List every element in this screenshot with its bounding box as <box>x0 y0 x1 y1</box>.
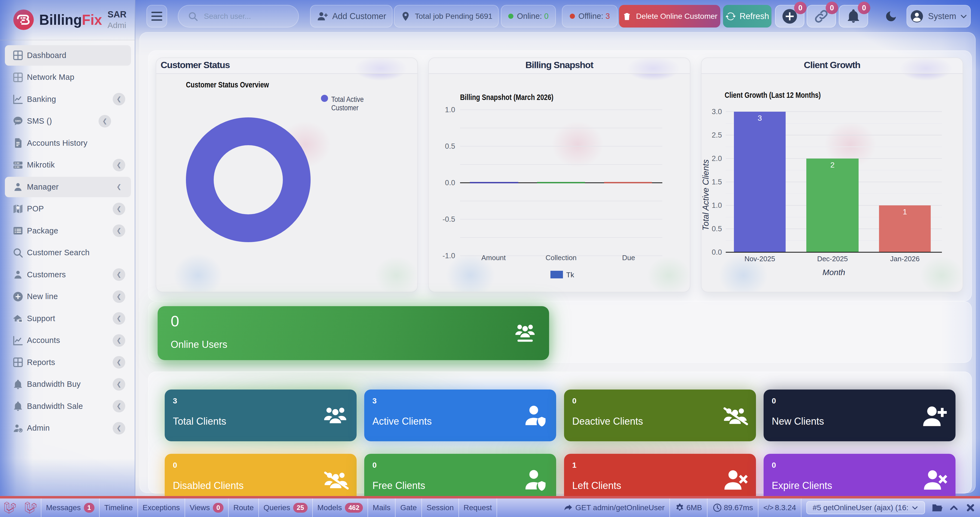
svg-text:1.0: 1.0 <box>445 106 455 114</box>
svg-text:1: 1 <box>903 207 907 216</box>
svg-text:Month: Month <box>822 268 845 277</box>
svg-text:2: 2 <box>830 161 835 169</box>
svg-text:-1.0: -1.0 <box>442 252 455 260</box>
svg-text:-0.5: -0.5 <box>442 215 455 223</box>
svg-text:2.0: 2.0 <box>711 155 722 163</box>
svg-text:0.0: 0.0 <box>711 248 722 256</box>
svg-text:Customer Status Overview: Customer Status Overview <box>186 80 269 89</box>
svg-text:Amount: Amount <box>481 254 506 262</box>
svg-text:3.0: 3.0 <box>711 108 722 116</box>
svg-text:Total Active: Total Active <box>331 95 364 104</box>
svg-text:Client Growth (Last 12 Months): Client Growth (Last 12 Months) <box>725 91 821 99</box>
svg-text:1.0: 1.0 <box>711 201 722 209</box>
svg-text:1.5: 1.5 <box>711 178 722 186</box>
svg-text:Tk: Tk <box>566 271 574 279</box>
svg-text:Dec-2025: Dec-2025 <box>817 255 848 263</box>
svg-text:Due: Due <box>622 254 635 262</box>
svg-text:2.5: 2.5 <box>711 131 722 139</box>
svg-text:Total Active Clients: Total Active Clients <box>702 160 711 230</box>
svg-text:0.0: 0.0 <box>445 179 455 187</box>
svg-text:Billing Snapshot (March 2026): Billing Snapshot (March 2026) <box>460 93 554 102</box>
svg-text:Jan-2026: Jan-2026 <box>890 255 920 263</box>
svg-text:Nov-2025: Nov-2025 <box>745 255 775 263</box>
svg-text:Collection: Collection <box>546 254 577 262</box>
svg-text:Customer: Customer <box>331 104 358 112</box>
svg-text:3: 3 <box>757 114 762 122</box>
svg-text:0.5: 0.5 <box>445 142 455 150</box>
svg-text:SMS: SMS <box>15 119 21 122</box>
svg-text:0.5: 0.5 <box>711 225 722 233</box>
